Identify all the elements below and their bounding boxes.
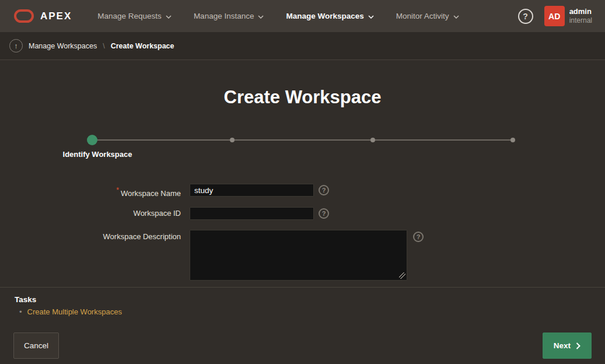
cancel-button[interactable]: Cancel: [13, 332, 59, 359]
wizard-progress: Identify Workspace: [92, 135, 513, 162]
workspace-description-help-icon[interactable]: ?: [413, 232, 424, 242]
apex-create-workspace-page: APEX Manage Requests Manage Instance Man…: [0, 0, 605, 364]
list-item: • Create Multiple Workspaces: [19, 307, 122, 316]
workspace-description-wrap: [190, 230, 407, 281]
main-menu: Manage Requests Manage Instance Manage W…: [89, 0, 473, 32]
workspace-description-textarea[interactable]: [190, 230, 407, 281]
menu-label: Manage Requests: [97, 12, 162, 20]
workspace-name-label: *Workspace Name: [0, 184, 181, 200]
menu-monitor-activity[interactable]: Monitor Activity: [388, 0, 467, 32]
wizard-step-1-dot: [87, 135, 97, 145]
workspace-name-help-icon[interactable]: ?: [319, 185, 329, 195]
menu-label: Manage Instance: [194, 12, 254, 20]
menu-manage-instance[interactable]: Manage Instance: [186, 0, 272, 32]
create-multiple-workspaces-link[interactable]: Create Multiple Workspaces: [27, 307, 122, 316]
wizard-step-4-dot: [510, 138, 515, 142]
wizard-step-2-dot: [230, 138, 235, 142]
wizard-track: [92, 139, 513, 141]
workspace-id-label: Workspace ID: [0, 207, 181, 220]
chevron-down-icon: [453, 15, 459, 19]
chevron-right-icon: [576, 342, 580, 349]
wizard-current-step-label: Identify Workspace: [63, 150, 132, 159]
user-menu[interactable]: AD admin internal: [544, 6, 592, 26]
user-name: admin: [569, 7, 592, 16]
oracle-logo-icon: [14, 9, 34, 23]
top-navbar: APEX Manage Requests Manage Instance Man…: [0, 0, 605, 32]
user-context: internal: [569, 16, 592, 25]
required-marker: *: [116, 186, 119, 194]
breadcrumb-parent-link[interactable]: Manage Workspaces: [29, 42, 97, 50]
workspace-id-input[interactable]: [190, 207, 314, 220]
wizard-step-3-dot: [370, 138, 375, 142]
bullet-icon: •: [19, 308, 22, 316]
menu-manage-workspaces[interactable]: Manage Workspaces: [278, 0, 382, 32]
workspace-name-input[interactable]: [190, 184, 314, 197]
next-button[interactable]: Next: [543, 332, 592, 359]
next-button-label: Next: [554, 341, 571, 350]
breadcrumb-separator: \: [103, 42, 104, 50]
tasks-heading: Tasks: [15, 295, 36, 304]
menu-manage-requests[interactable]: Manage Requests: [89, 0, 180, 32]
tasks-section: Tasks • Create Multiple Workspaces: [0, 287, 605, 324]
page-title: Create Workspace: [0, 87, 605, 108]
help-icon[interactable]: ?: [518, 9, 533, 24]
navbar-right: ? AD admin internal: [518, 6, 605, 26]
breadcrumb: ↑ Manage Workspaces \ Create Workspace: [0, 32, 605, 60]
chevron-down-icon: [258, 15, 264, 19]
brand[interactable]: APEX: [0, 9, 86, 23]
up-arrow-icon[interactable]: ↑: [9, 39, 23, 52]
brand-label: APEX: [40, 10, 72, 22]
menu-label: Monitor Activity: [396, 12, 449, 20]
menu-label: Manage Workspaces: [286, 12, 363, 20]
workspace-description-label: Workspace Description: [0, 230, 181, 243]
avatar: AD: [544, 6, 565, 26]
chevron-down-icon: [166, 15, 172, 19]
chevron-down-icon: [368, 15, 374, 19]
workspace-id-help-icon[interactable]: ?: [319, 208, 329, 219]
breadcrumb-current: Create Workspace: [111, 42, 174, 50]
